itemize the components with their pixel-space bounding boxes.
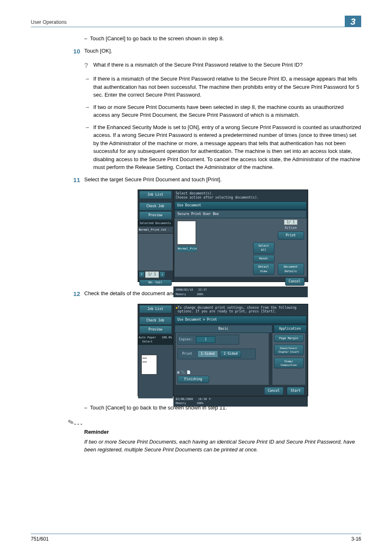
basic-tab[interactable]: Basic (175, 325, 272, 333)
bullet-2: → If two or more Secure Print Documents … (84, 103, 361, 119)
screenshot-1: Job List Check Job Preview Selected Docu… (138, 190, 308, 282)
arrow-icon: → (84, 75, 93, 99)
detail-view-button[interactable]: Detail View (253, 263, 274, 275)
footer-left: 751/601 (31, 535, 48, 543)
page-content: – Touch [Cancel] to go back to the scree… (31, 35, 361, 454)
detail-button[interactable]: De- tail (139, 280, 172, 286)
auto-paper-label: Auto Paper Select 100.0% (138, 335, 173, 345)
scr2-main: ◆ To change document print settings, cho… (173, 304, 308, 396)
fold-icon: 📄 (187, 370, 191, 375)
scr1-main: Select document(s). Choose action after … (173, 190, 308, 282)
page-footer: 751/601 3-16 (31, 534, 361, 543)
footer-right: 3-16 (351, 535, 361, 543)
step-text: Touch [OK]. (84, 47, 112, 56)
reminder-body: If two or more Secure Print Documents, e… (84, 438, 361, 454)
action-label: Action (278, 226, 304, 231)
reminder-section: ✎... Reminder If two or more Secure Prin… (76, 416, 361, 454)
stamp-button[interactable]: Stamp/ Composition (274, 358, 304, 368)
cancel-button[interactable]: Cancel (285, 278, 304, 286)
cancel-button[interactable]: Cancel (264, 387, 284, 395)
pager-down[interactable]: ↓ (159, 271, 166, 278)
basic-panel: Copies: 1 Print 1-Sided 2-Sided ▦ 📎 📄 (176, 333, 269, 385)
pager-display: 1/ 1 (145, 271, 159, 278)
step-number: 11 (68, 176, 84, 185)
arrow-icon: → (84, 123, 93, 171)
scr2-sidebar: Job List Check Job Preview Auto Paper Se… (138, 304, 173, 396)
preview-tab[interactable]: Preview (139, 211, 172, 220)
job-list-tab[interactable]: Job List (139, 191, 172, 199)
page-margin-button[interactable]: Page Margin (274, 335, 304, 342)
application-tab[interactable]: Application (274, 325, 307, 333)
question-icon: ? (84, 61, 93, 71)
arrow-icon: → (84, 103, 93, 119)
bullet-1: → If there is a mismatch of the Secure P… (84, 75, 361, 99)
sheet-cover-button[interactable]: Sheet/Cover/ Chapter Insert (274, 345, 304, 355)
preview-thumbnail: ≡≡≡≡≡≡ (141, 355, 157, 375)
step9-note: – Touch [Cancel] to go back to the scree… (84, 35, 361, 43)
step9-note-text: Touch [Cancel] to go back to the screen … (90, 35, 224, 43)
copies-label: Copies: (179, 337, 193, 342)
question-item: ? What if there is a mismatch of the Sec… (84, 61, 361, 71)
finishing-button[interactable]: Finishing (178, 376, 209, 383)
main-pager: 1/ 1 (284, 220, 297, 225)
bullet-text: If two or more Secure Print Documents ha… (93, 103, 361, 119)
reminder-title: Reminder (84, 428, 361, 436)
staple-icon: 📎 (181, 370, 185, 375)
question-text: What if there is a mismatch of the Secur… (93, 61, 302, 71)
document-thumbnail[interactable]: Normal_Prin (177, 221, 197, 252)
select-all-button[interactable]: Select All (253, 242, 274, 254)
scr1-instruction: Select document(s). Choose action after … (173, 190, 308, 201)
print-button[interactable]: Print (278, 231, 304, 240)
check-job-tab[interactable]: Check Job (139, 317, 172, 325)
dots-icon: ... (74, 417, 83, 426)
scr2-instruction: ◆ To change document print settings, cho… (173, 304, 308, 315)
thumb-label: Normal_Prin (177, 246, 197, 252)
header-title: User Operations (31, 18, 67, 26)
chapter-number: 3 (345, 16, 361, 27)
screenshot-2: Job List Check Job Preview Auto Paper Se… (138, 304, 308, 396)
step-11: 11 Select the target Secure Print Docume… (68, 176, 361, 185)
two-sided-button[interactable]: 2-Sided (220, 350, 241, 358)
step-number: 10 (68, 47, 84, 56)
bullet-3: → If the Enhanced Security Mode is set t… (84, 123, 361, 171)
scr1-footer: 2008/02/18 22:37Memory 100% (173, 287, 308, 297)
start-button[interactable]: Start (287, 387, 304, 395)
job-list-tab[interactable]: Job List (139, 305, 172, 313)
document-details-button[interactable]: Document Details (278, 263, 304, 275)
breadcrumb-bar: Use Document > Print (175, 316, 307, 324)
dash-icon: – (84, 35, 90, 43)
scr2-footer: 02/06/2008 16:30 🏳Memory 100% (173, 396, 308, 407)
bullet-text: If the Enhanced Security Mode is set to … (93, 123, 361, 171)
print-label: Print (179, 351, 196, 357)
one-sided-button[interactable]: 1-Sided (197, 350, 219, 358)
document-list-item[interactable]: Normal_Print.txt - (138, 227, 173, 234)
copies-value[interactable]: 1 (196, 336, 215, 343)
check-job-tab[interactable]: Check Job (139, 202, 172, 210)
flag-icon: 🏳 (209, 398, 212, 401)
reset-button[interactable]: Reset (253, 255, 274, 263)
application-panel: Page Margin Sheet/Cover/ Chapter Insert … (272, 333, 305, 385)
step-text: Select the target Secure Print Document … (84, 176, 222, 185)
secure-print-bar: Secure Print User Box (175, 210, 307, 218)
bullet-text: If there is a mismatch of the Secure Pri… (93, 75, 361, 99)
step-10: 10 Touch [OK]. (68, 47, 361, 56)
page-header: User Operations 3 (31, 16, 361, 27)
selected-documents-label: Selected Documents (138, 220, 173, 227)
scr1-body: Normal_Prin 1/ 1 Action Print Select All… (175, 218, 307, 277)
scr1-sidebar: Job List Check Job Preview Selected Docu… (138, 190, 173, 282)
use-document-bar: Use Document (175, 201, 307, 210)
dash-icon: – (84, 404, 90, 412)
preview-tab[interactable]: Preview (139, 326, 172, 334)
pager-up[interactable]: ↑ (139, 271, 145, 278)
combine-icon: ▦ (178, 370, 180, 375)
step-number: 12 (68, 289, 84, 299)
